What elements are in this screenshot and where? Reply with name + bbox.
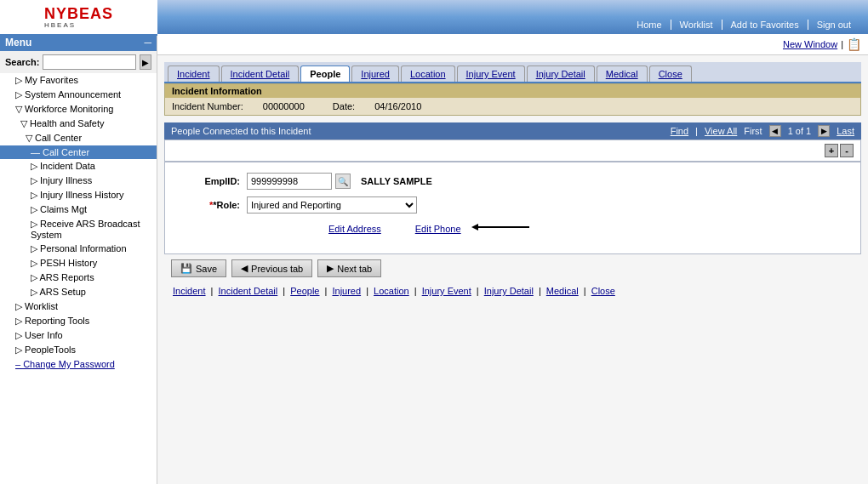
remove-row-button[interactable]: - — [840, 144, 854, 157]
incident-date-label: Date: — [333, 101, 355, 111]
bottom-buttons: 💾 Save ◀ Previous tab ▶ Next tab — [164, 254, 861, 282]
previous-tab-button[interactable]: ◀ Previous tab — [231, 259, 312, 277]
sidebar-item-claims-mgt[interactable]: ▷ Claims Mgt — [0, 202, 157, 217]
sidebar: Menu ─ Search: ▶ ▷ My Favorites ▷ System… — [0, 34, 157, 484]
new-window-link[interactable]: New Window — [783, 39, 837, 49]
incident-info-panel: Incident Information Incident Number: 00… — [164, 83, 861, 116]
search-button[interactable]: ▶ — [140, 54, 151, 70]
sidebar-header: Menu ─ — [0, 34, 157, 51]
sidebar-item-system-announcement[interactable]: ▷ System Announcement — [0, 88, 157, 102]
emplid-search-icon[interactable]: 🔍 — [335, 174, 351, 189]
tab-medical[interactable]: Medical — [597, 65, 648, 82]
content-area: New Window | 📋 Incident Incident Detail … — [157, 34, 868, 484]
tabs-container: Incident Incident Detail People Injured … — [164, 62, 861, 83]
main-layout: Menu ─ Search: ▶ ▷ My Favorites ▷ System… — [0, 34, 868, 484]
sidebar-item-call-center-group[interactable]: ▽ Call Center — [0, 131, 157, 145]
sidebar-item-change-password[interactable]: – Change My Password — [0, 357, 157, 371]
top-navigation: Home Worklist Add to Favorites Sign out — [628, 20, 859, 30]
pipe1: | — [695, 126, 698, 136]
sidebar-item-user-info[interactable]: ▷ User Info — [0, 328, 157, 343]
role-input-group: Injured and Reporting — [247, 196, 417, 214]
prev-page-button[interactable]: ◀ — [769, 125, 781, 137]
sidebar-item-workforce-monitoring[interactable]: ▽ Workforce Monitoring — [0, 102, 157, 117]
emplid-input[interactable] — [247, 173, 332, 190]
breadcrumb-incident[interactable]: Incident — [173, 286, 206, 296]
home-link[interactable]: Home — [628, 20, 671, 30]
sidebar-item-reporting-tools[interactable]: ▷ Reporting Tools — [0, 314, 157, 328]
people-section-header: People Connected to this Incident Find |… — [164, 122, 861, 140]
sidebar-search-area: Search: ▶ — [0, 51, 157, 73]
tab-injury-detail[interactable]: Injury Detail — [527, 65, 595, 82]
search-input[interactable] — [43, 54, 136, 70]
people-header-title: People Connected to this Incident — [171, 126, 311, 136]
breadcrumb-close[interactable]: Close — [591, 286, 615, 296]
sidebar-item-injury-illness[interactable]: ▷ Injury Illness — [0, 174, 157, 188]
search-label: Search: — [5, 57, 39, 67]
breadcrumb-medical[interactable]: Medical — [546, 286, 579, 296]
sidebar-item-personal-info[interactable]: ▷ Personal Information — [0, 242, 157, 256]
people-header-right: Find | View All First ◀ 1 of 1 ▶ Last — [671, 125, 854, 137]
breadcrumb-location[interactable]: Location — [374, 286, 409, 296]
arrow-indicator — [470, 220, 538, 236]
breadcrumb-injury-detail[interactable]: Injury Detail — [484, 286, 534, 296]
save-label: Save — [196, 264, 217, 274]
tab-incident-detail[interactable]: Incident Detail — [221, 65, 300, 82]
role-label: *Role: — [179, 200, 247, 210]
sidebar-item-incident-data[interactable]: ▷ Incident Data — [0, 159, 157, 174]
tab-close[interactable]: Close — [649, 65, 692, 82]
emplid-input-group: 🔍 SALLY SAMPLE — [247, 173, 432, 190]
logo-main-text: NYBEAS — [44, 6, 113, 21]
last-link[interactable]: Last — [837, 126, 854, 136]
next-tab-button[interactable]: ▶ Next tab — [317, 259, 381, 277]
add-favorites-link[interactable]: Add to Favorites — [722, 20, 808, 30]
bottom-breadcrumb: Incident | Incident Detail | People | In… — [164, 282, 861, 299]
sep2: | — [283, 286, 285, 296]
tab-injured[interactable]: Injured — [351, 65, 399, 82]
sep1: | — [211, 286, 214, 296]
breadcrumb-incident-detail[interactable]: Incident Detail — [219, 286, 278, 296]
help-icon[interactable]: 📋 — [847, 37, 861, 51]
separator: | — [841, 39, 843, 49]
sidebar-item-my-favorites[interactable]: ▷ My Favorites — [0, 73, 157, 88]
breadcrumb-people[interactable]: People — [290, 286, 319, 296]
page-info: 1 of 1 — [788, 126, 812, 136]
sidebar-item-call-center[interactable]: — Call Center — [0, 145, 157, 159]
sep8: | — [584, 286, 586, 296]
sidebar-item-receive-ars[interactable]: ▷ Receive ARS Broadcast System — [0, 217, 157, 242]
sidebar-item-people-tools[interactable]: ▷ PeopleTools — [0, 343, 157, 357]
tab-location[interactable]: Location — [401, 65, 455, 82]
edit-address-link[interactable]: Edit Address — [328, 224, 381, 234]
sign-out-link[interactable]: Sign out — [808, 20, 859, 30]
sidebar-item-injury-illness-history[interactable]: ▷ Injury Illness History — [0, 188, 157, 202]
first-label: First — [744, 126, 762, 136]
sidebar-item-pesh-history[interactable]: ▷ PESH History — [0, 256, 157, 270]
role-select[interactable]: Injured and Reporting — [247, 196, 417, 214]
logo-sub-text: HBEAS — [44, 21, 113, 29]
sep4: | — [366, 286, 368, 296]
sidebar-item-ars-setup[interactable]: ▷ ARS Setup — [0, 285, 157, 299]
sidebar-item-health-safety[interactable]: ▽ Health and Safety — [0, 117, 157, 131]
tab-incident[interactable]: Incident — [168, 65, 220, 82]
worklist-link[interactable]: Worklist — [671, 20, 722, 30]
sidebar-item-worklist[interactable]: ▷ Worklist — [0, 299, 157, 314]
tab-people[interactable]: People — [300, 65, 350, 82]
breadcrumb-injured[interactable]: Injured — [332, 286, 361, 296]
sidebar-minimize-icon[interactable]: ─ — [144, 37, 151, 48]
view-all-link[interactable]: View All — [705, 126, 737, 136]
prev-icon: ◀ — [241, 263, 248, 274]
add-row-button[interactable]: + — [825, 144, 838, 157]
next-page-button[interactable]: ▶ — [818, 125, 830, 137]
sep6: | — [477, 286, 479, 296]
breadcrumb-injury-event[interactable]: Injury Event — [422, 286, 471, 296]
edit-phone-link[interactable]: Edit Phone — [415, 224, 461, 234]
incident-number-value: 00000000 — [263, 101, 305, 111]
sidebar-item-ars-reports[interactable]: ▷ ARS Reports — [0, 270, 157, 285]
people-section: People Connected to this Incident Find |… — [164, 122, 861, 254]
save-button[interactable]: 💾 Save — [171, 259, 226, 277]
incident-info-body: Incident Number: 00000000 Date: 04/16/20… — [165, 98, 860, 115]
next-tab-label: Next tab — [337, 264, 372, 274]
incident-info-header: Incident Information — [165, 84, 860, 98]
sep7: | — [539, 286, 541, 296]
find-link[interactable]: Find — [671, 126, 688, 136]
tab-injury-event[interactable]: Injury Event — [457, 65, 525, 82]
